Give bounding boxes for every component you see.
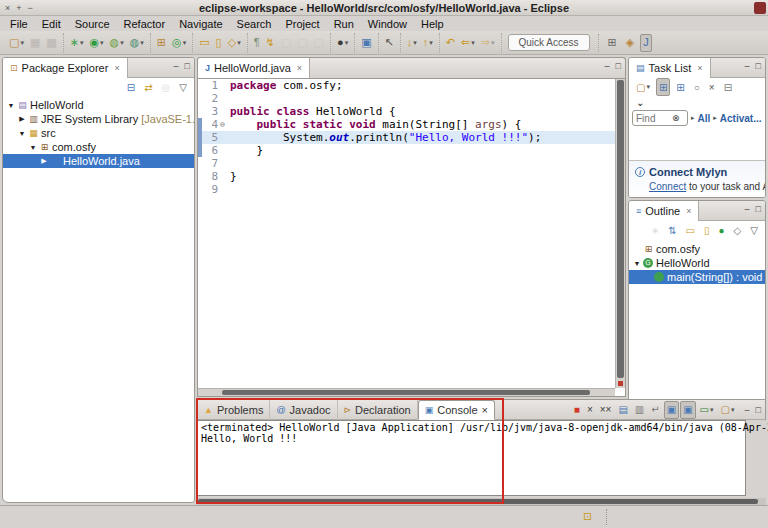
new-task-button[interactable]: ▢▾	[633, 78, 653, 96]
code-line-3[interactable]: 3public class HelloWorld {	[198, 105, 615, 118]
chevron-down-icon[interactable]: ▾	[710, 406, 714, 414]
open-web-browser-button[interactable]: ●▾	[334, 34, 351, 52]
chevron-down-icon[interactable]: ▾	[183, 39, 187, 47]
menu-navigate[interactable]: Navigate	[173, 18, 228, 30]
chevron-down-icon[interactable]: ▾	[471, 39, 475, 47]
tab-package-explorer[interactable]: ⊡ Package Explorer ×	[3, 58, 128, 78]
focus-on-active-task-button[interactable]: ◎	[159, 78, 174, 96]
open-perspective-button[interactable]: ⊞	[605, 34, 620, 52]
close-icon[interactable]: ×	[482, 404, 488, 416]
menu-window[interactable]: Window	[362, 18, 413, 30]
scrollbar-thumb[interactable]	[198, 499, 758, 504]
close-icon[interactable]: ×	[297, 63, 302, 73]
console-horizontal-scrollbar[interactable]	[197, 498, 766, 505]
display-selected-console-button[interactable]: ▣	[680, 401, 695, 419]
word-wrap-button[interactable]: ↵	[648, 401, 662, 419]
disabled-action-3-button[interactable]: ▢	[311, 34, 327, 52]
menu-run[interactable]: Run	[328, 18, 360, 30]
debug-button[interactable]: ∗▾	[67, 34, 87, 52]
hide-local-types-button[interactable]: ◇	[731, 221, 745, 239]
close-icon[interactable]: ×	[686, 206, 691, 216]
filter-link-all[interactable]: All	[698, 113, 711, 124]
code-area[interactable]: 1package com.osfy;23public class HelloWo…	[198, 79, 615, 388]
disabled-action-1-button[interactable]: ▢	[278, 34, 294, 52]
open-type-button[interactable]: ▭	[196, 34, 212, 52]
tab-outline[interactable]: ≡ Outline ×	[629, 201, 699, 221]
toolbar-overflow-chevron[interactable]: ⌄	[633, 95, 647, 110]
code-editor[interactable]: 1package com.osfy;23public class HelloWo…	[197, 78, 626, 397]
sort-button[interactable]: ⇅	[665, 221, 679, 239]
close-icon[interactable]: ×	[697, 63, 702, 73]
scheduled-presentation-button[interactable]: ⊞	[673, 78, 687, 96]
package-explorer-item-helloworld[interactable]: ▼▤HelloWorld	[3, 98, 194, 112]
chevron-down-icon[interactable]: ▾	[237, 39, 241, 47]
menu-project[interactable]: Project	[279, 18, 325, 30]
code-line-1[interactable]: 1package com.osfy;	[198, 79, 615, 92]
tab-javadoc[interactable]: @Javadoc	[270, 400, 337, 420]
tab-declaration[interactable]: ⊳Declaration	[338, 400, 418, 420]
chevron-down-icon[interactable]: ▾	[80, 39, 84, 47]
coverage-button[interactable]: ◍▾	[107, 34, 127, 52]
show-console-button[interactable]: ▣	[358, 34, 374, 52]
last-edit-location-button[interactable]: ↶	[443, 34, 458, 52]
next-annotation-button[interactable]: ↓▾	[404, 34, 420, 52]
chevron-down-icon[interactable]: ▾	[345, 39, 349, 47]
focus-on-active-task-button[interactable]: ∗	[648, 221, 662, 239]
hide-non-public-button[interactable]: ●	[716, 221, 728, 239]
hide-static-members-button[interactable]: ▯	[701, 221, 713, 239]
menu-file[interactable]: File	[4, 18, 34, 30]
back-history-button[interactable]: ⇐▾	[458, 34, 478, 52]
package-explorer-item-jre-system-library[interactable]: ▶▥JRE System Library [JavaSE-1.8]	[3, 112, 194, 126]
minimize-icon[interactable]: –	[174, 61, 179, 71]
clear-console-button[interactable]: ▤	[615, 401, 630, 419]
tab-problems[interactable]: ▲Problems	[198, 400, 270, 420]
menu-help[interactable]: Help	[415, 18, 450, 30]
chevron-down-icon[interactable]: ▾	[646, 83, 650, 91]
save-all-button[interactable]: ▩	[43, 34, 59, 52]
console-output[interactable]: <terminated> HelloWorld [Java Applicatio…	[197, 420, 746, 496]
hide-fields-button[interactable]: ▭	[683, 221, 698, 239]
quick-access-button[interactable]: Quick Access	[508, 34, 590, 51]
filter-link-activat[interactable]: Activat...	[720, 113, 762, 124]
maximize-icon[interactable]: □	[185, 61, 190, 71]
editor-horizontal-scrollbar[interactable]	[198, 388, 615, 396]
editor-vertical-scrollbar[interactable]	[615, 79, 625, 388]
scroll-lock-button[interactable]: ▥	[632, 401, 647, 419]
code-line-2[interactable]: 2	[198, 92, 615, 105]
disabled-action-2-button[interactable]: ▢	[294, 34, 310, 52]
remove-all-terminated-button[interactable]: ××	[597, 401, 615, 419]
new-console-view-button[interactable]: ▢▾	[718, 401, 738, 419]
maximize-icon[interactable]: □	[616, 61, 621, 71]
collapse-all-button[interactable]: ⊟	[124, 78, 138, 96]
chevron-collapsed-icon[interactable]: ▶	[39, 157, 49, 165]
run-button[interactable]: ◉▾	[86, 34, 106, 52]
code-line-9[interactable]: 9	[198, 183, 615, 196]
connect-link[interactable]: Connect	[649, 181, 686, 192]
outline-item-com-osfy[interactable]: ⊞com.osfy	[629, 242, 765, 256]
chevron-down-icon[interactable]: ▾	[20, 39, 24, 47]
chevron-down-icon[interactable]: ▾	[413, 39, 417, 47]
maximize-icon[interactable]: □	[756, 204, 761, 214]
find-input[interactable]	[636, 113, 672, 124]
chevron-expanded-icon[interactable]: ▼	[28, 144, 38, 151]
chevron-down-icon[interactable]: ▾	[140, 39, 144, 47]
new-wizard-button[interactable]: ▢▾	[6, 34, 27, 52]
minimize-icon[interactable]: –	[605, 61, 610, 71]
java-ee-perspective-button[interactable]: ◈	[623, 34, 637, 52]
pin-console-button[interactable]: ▣	[664, 401, 679, 419]
new-java-project-button[interactable]: ⊞	[154, 34, 169, 52]
tab-console[interactable]: ▣Console×	[418, 400, 495, 420]
task-numbering-button[interactable]: ⊟	[721, 78, 735, 96]
chevron-down-icon[interactable]: ▾	[491, 39, 495, 47]
forward-history-button[interactable]: ⇒▾	[478, 34, 498, 52]
menu-edit[interactable]: Edit	[36, 18, 67, 30]
maximize-icon[interactable]: □	[756, 61, 761, 71]
externalize-strings-button[interactable]: ¶	[251, 34, 263, 52]
scrollbar-thumb[interactable]	[222, 390, 590, 395]
chevron-expanded-icon[interactable]: ▼	[6, 102, 16, 109]
tab-task-list[interactable]: ▤ Task List ×	[629, 58, 711, 78]
minimize-icon[interactable]: –	[745, 405, 750, 415]
minimize-icon[interactable]: –	[745, 204, 750, 214]
chevron-down-icon[interactable]: ▾	[731, 406, 735, 414]
filter-completed-button[interactable]: ×	[706, 78, 718, 96]
